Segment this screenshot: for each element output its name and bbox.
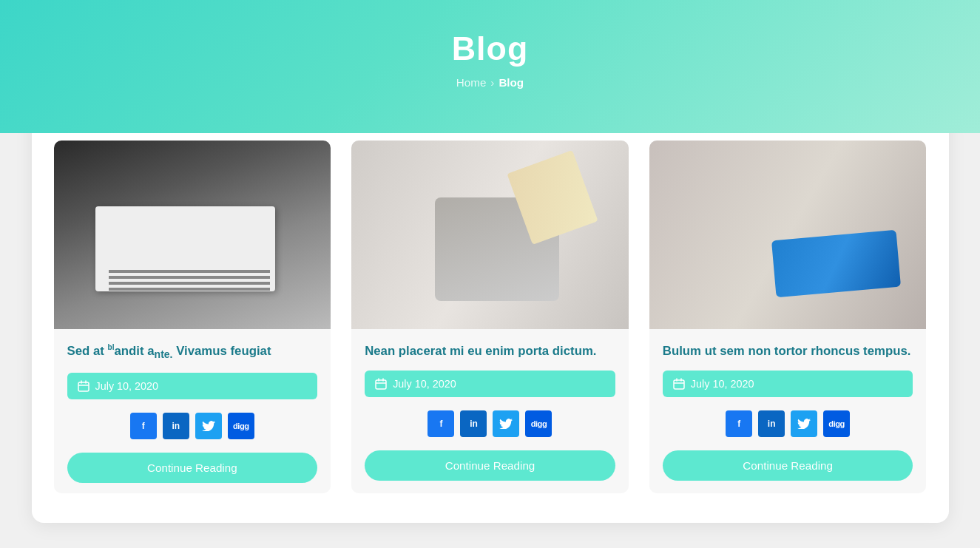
cards-grid: Sed at blandit ante. Vivamus feugiat Jul…: [54, 141, 927, 493]
calendar-icon: [375, 378, 387, 390]
page-title: Blog: [0, 30, 980, 67]
continue-reading-button[interactable]: Continue Reading: [67, 453, 318, 483]
calendar-icon: [78, 380, 89, 392]
continue-reading-button[interactable]: Continue Reading: [663, 450, 913, 481]
social-facebook-button[interactable]: f: [130, 413, 157, 439]
social-facebook-button[interactable]: f: [428, 410, 454, 437]
main-container: Sed at blandit ante. Vivamus feugiat Jul…: [32, 111, 949, 523]
social-twitter-button[interactable]: [493, 410, 519, 437]
social-digg-button[interactable]: digg: [823, 410, 850, 437]
social-facebook-button[interactable]: f: [726, 410, 752, 437]
social-row: findigg: [67, 413, 318, 439]
social-linkedin-button[interactable]: in: [460, 410, 487, 437]
card-body: Nean placerat mi eu enim porta dictum. J…: [351, 329, 629, 493]
card-date-badge: July 10, 2020: [365, 371, 615, 397]
card-body: Bulum ut sem non tortor rhoncus tempus. …: [649, 329, 927, 493]
svg-rect-2: [674, 380, 684, 389]
breadcrumb-home[interactable]: Home: [456, 76, 487, 89]
breadcrumb: Home › Blog: [0, 76, 980, 89]
card-image: [54, 141, 331, 329]
social-digg-button[interactable]: digg: [525, 410, 552, 437]
hero-section: Blog Home › Blog: [0, 0, 980, 133]
social-row: findigg: [365, 410, 615, 437]
svg-rect-1: [376, 380, 386, 389]
breadcrumb-current: Blog: [499, 76, 524, 89]
card-date-badge: July 10, 2020: [67, 373, 318, 399]
card-title: Nean placerat mi eu enim porta dictum.: [365, 342, 615, 360]
continue-reading-button[interactable]: Continue Reading: [365, 450, 615, 481]
social-row: findigg: [663, 410, 913, 437]
calendar-icon: [673, 378, 685, 390]
blog-card-1: Sed at blandit ante. Vivamus feugiat Jul…: [54, 141, 331, 493]
card-date: July 10, 2020: [95, 380, 159, 392]
card-date: July 10, 2020: [691, 378, 754, 390]
card-image: [649, 141, 927, 329]
social-linkedin-button[interactable]: in: [163, 413, 189, 439]
breadcrumb-separator: ›: [490, 76, 494, 89]
social-twitter-button[interactable]: [791, 410, 817, 437]
card-date: July 10, 2020: [393, 378, 456, 390]
card-title: Bulum ut sem non tortor rhoncus tempus.: [663, 342, 913, 360]
card-date-badge: July 10, 2020: [663, 371, 913, 397]
social-twitter-button[interactable]: [195, 413, 222, 439]
social-digg-button[interactable]: digg: [228, 413, 254, 439]
blog-card-2: Nean placerat mi eu enim porta dictum. J…: [351, 141, 629, 493]
card-image: [351, 141, 629, 329]
svg-rect-0: [78, 382, 89, 391]
blog-card-3: Bulum ut sem non tortor rhoncus tempus. …: [649, 141, 927, 493]
card-title: Sed at blandit ante. Vivamus feugiat: [67, 342, 318, 362]
card-body: Sed at blandit ante. Vivamus feugiat Jul…: [54, 329, 331, 493]
social-linkedin-button[interactable]: in: [758, 410, 785, 437]
